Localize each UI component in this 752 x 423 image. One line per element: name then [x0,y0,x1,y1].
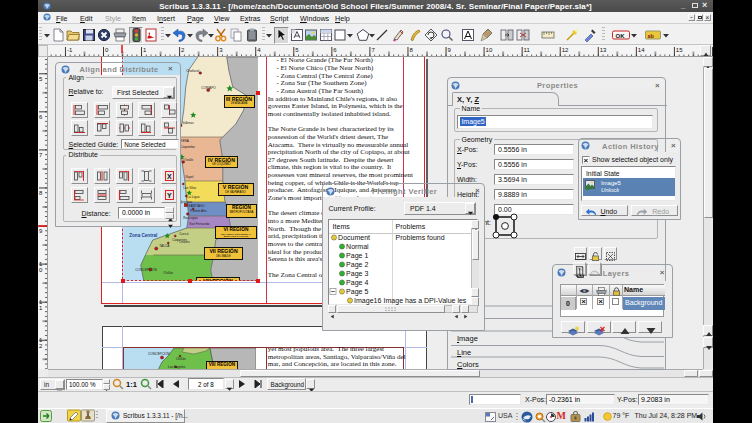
svg-text:La Ligua: La Ligua [187,195,199,199]
svg-text:14: 14 [638,47,645,53]
svg-text:11: 11 [524,47,531,53]
svg-text:COPIAPÓ: COPIAPÓ [201,85,216,90]
svg-text:Curicó: Curicó [179,232,188,236]
svg-text:Chillán: Chillán [163,271,173,275]
svg-text:Rancagua: Rancagua [183,216,198,220]
svg-text:Coquimbo: Coquimbo [180,145,195,149]
svg-text:12: 12 [562,47,569,53]
svg-text:Vallenar: Vallenar [182,121,194,125]
svg-text:Ovalle: Ovalle [184,158,193,162]
svg-text:10: 10 [486,47,493,53]
svg-text:CONCEPCIÓN: CONCEPCIÓN [135,267,157,272]
svg-text:Chañaral: Chañaral [186,69,199,73]
svg-text:TALCA: TALCA [159,244,170,248]
svg-text:Chillán: Chillán [176,357,186,361]
svg-text:15: 15 [676,47,683,53]
svg-text:CONCEPCIÓN: CONCEPCIÓN [148,351,170,356]
svg-text:-1: -1 [67,47,73,53]
svg-text:Linares: Linares [179,240,190,244]
svg-text:Los Vilos: Los Vilos [183,186,196,190]
svg-text:13: 13 [600,47,607,53]
svg-text:Los Angeles: Los Angeles [168,365,186,369]
svg-text:Zona Central: Zona Central [129,233,157,238]
svg-text:ab: ab [648,33,655,39]
svg-text:OK: OK [616,33,626,39]
svg-text:San Fernando: San Fernando [189,222,209,226]
svg-text:Illapel: Illapel [185,175,194,179]
svg-text:Puente Alto: Puente Alto [190,209,207,213]
svg-text:SANTIAGO: SANTIAGO [188,204,205,208]
